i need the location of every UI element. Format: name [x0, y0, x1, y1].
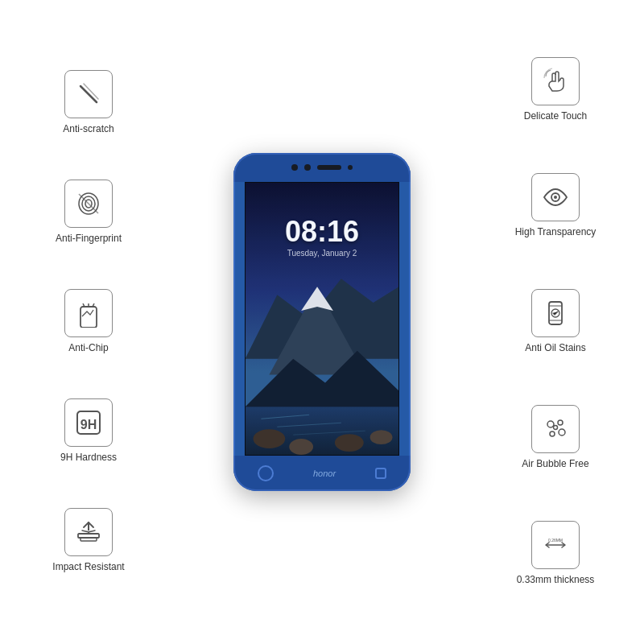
screen-date: Tuesday, January 2 — [287, 249, 357, 258]
features-left-panel: Anti-scratch Anti-Fingerprint — [16, 0, 161, 644]
9h-hardness-icon-box: 9H — [64, 398, 113, 447]
svg-text:0.26MM: 0.26MM — [548, 538, 563, 543]
svg-point-37 — [554, 426, 558, 430]
thickness-icon: 0.26MM — [541, 530, 570, 559]
phone-device: ▲ 📶 — [233, 153, 411, 491]
svg-point-28 — [554, 196, 557, 199]
sensor — [348, 165, 353, 170]
delicate-touch-icon-box — [531, 57, 580, 105]
feature-anti-scratch: Anti-scratch — [16, 70, 161, 136]
air-bubble-free-icon-box — [531, 405, 580, 453]
svg-point-35 — [559, 429, 565, 436]
screen-time: 08:16 — [285, 215, 359, 249]
feature-air-bubble-free: Air Bubble Free — [475, 405, 636, 471]
phone-top-bar — [233, 153, 411, 182]
thickness-label: 0.33mm thickness — [517, 574, 595, 587]
feature-9h-hardness: 9H 9H Hardness — [16, 398, 161, 464]
anti-scratch-icon — [74, 80, 103, 109]
svg-point-25 — [335, 434, 364, 452]
svg-rect-13 — [80, 538, 97, 541]
anti-fingerprint-icon-box — [64, 180, 113, 228]
impact-resistant-icon — [74, 518, 103, 547]
feature-anti-oil-stains: Anti Oil Stains — [475, 289, 636, 355]
high-transparency-icon — [541, 183, 570, 212]
air-bubble-free-icon — [541, 415, 570, 444]
camera-dot-2 — [304, 164, 311, 171]
air-bubble-free-label: Air Bubble Free — [522, 458, 588, 471]
svg-point-23 — [254, 429, 286, 448]
svg-text:9H: 9H — [80, 418, 97, 431]
anti-chip-label: Anti-Chip — [68, 342, 108, 355]
feature-delicate-touch: Delicate Touch — [475, 57, 636, 123]
feature-impact-resistant: Impact Resistant — [16, 508, 161, 574]
speaker — [317, 165, 341, 170]
brand-label: honor — [313, 469, 336, 478]
feature-thickness: 0.26MM 0.33mm thickness — [475, 521, 636, 587]
impact-resistant-icon-box — [64, 508, 113, 556]
9h-hardness-icon: 9H — [74, 408, 103, 437]
svg-point-36 — [550, 431, 555, 436]
svg-point-34 — [558, 420, 563, 425]
high-transparency-icon-box — [531, 173, 580, 221]
main-container: Anti-scratch Anti-Fingerprint — [0, 0, 644, 644]
9h-hardness-label: 9H Hardness — [60, 452, 117, 464]
camera-icon-small — [375, 468, 386, 479]
impact-resistant-label: Impact Resistant — [52, 561, 124, 574]
anti-scratch-icon-box — [64, 70, 113, 118]
home-button — [258, 465, 274, 481]
anti-chip-icon — [74, 299, 103, 328]
anti-fingerprint-icon — [74, 189, 103, 218]
features-right-panel: Delicate Touch High Transparency — [475, 0, 636, 644]
delicate-touch-label: Delicate Touch — [524, 110, 588, 123]
anti-oil-stains-label: Anti Oil Stains — [525, 342, 585, 355]
svg-point-26 — [370, 430, 393, 444]
svg-rect-6 — [80, 307, 97, 328]
phone-screen: ▲ 📶 — [245, 182, 399, 456]
delicate-touch-icon — [541, 67, 570, 96]
phone-bottom-bar: honor — [233, 456, 411, 491]
anti-chip-icon-box — [64, 289, 113, 337]
anti-oil-stains-icon — [541, 299, 570, 328]
camera-dot — [291, 164, 298, 171]
anti-scratch-label: Anti-scratch — [63, 123, 114, 136]
anti-oil-stains-icon-box — [531, 289, 580, 337]
feature-high-transparency: High Transparency — [475, 173, 636, 239]
phone-wrapper: ▲ 📶 — [233, 153, 411, 491]
feature-anti-chip: Anti-Chip — [16, 289, 161, 355]
svg-point-33 — [547, 421, 554, 427]
svg-point-24 — [289, 439, 313, 455]
high-transparency-label: High Transparency — [515, 226, 597, 239]
feature-anti-fingerprint: Anti-Fingerprint — [16, 180, 161, 246]
thickness-icon-box: 0.26MM — [531, 521, 580, 569]
anti-fingerprint-label: Anti-Fingerprint — [56, 233, 122, 246]
